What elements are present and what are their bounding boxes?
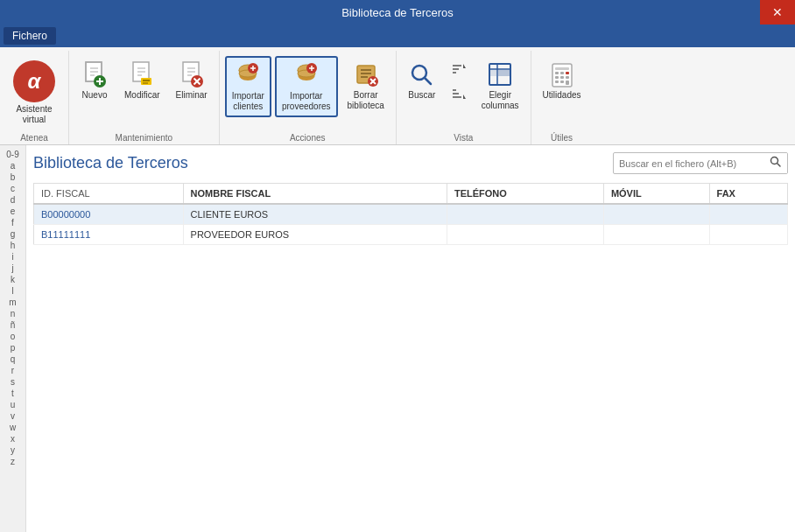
title-bar: Biblioteca de Terceros ✕ bbox=[0, 0, 795, 24]
cell-fax bbox=[709, 204, 787, 225]
importar-proveedores-button[interactable]: Importarproveedores bbox=[275, 56, 338, 117]
alpha-0-9[interactable]: 0-9 bbox=[0, 149, 25, 160]
asistente-virtual-button[interactable]: α Asistentevirtual bbox=[7, 56, 61, 130]
eliminar-icon bbox=[178, 60, 206, 88]
modificar-button[interactable]: Modificar bbox=[118, 56, 166, 105]
cell-nombre-fiscal: PROVEEDOR EUROS bbox=[183, 225, 447, 245]
search-input[interactable] bbox=[614, 156, 764, 172]
borrar-biblioteca-button[interactable]: Borrarbiblioteca bbox=[341, 56, 390, 116]
alpha-n[interactable]: n bbox=[0, 308, 25, 319]
atenea-icon: α bbox=[13, 60, 55, 102]
window-title: Biblioteca de Terceros bbox=[341, 6, 454, 19]
cell-nombre-fiscal: CLIENTE EUROS bbox=[183, 204, 447, 225]
elegir-columnas-button[interactable]: Elegircolumnas bbox=[475, 56, 525, 116]
alpha-b[interactable]: b bbox=[0, 172, 25, 183]
alpha-l[interactable]: l bbox=[0, 285, 25, 297]
cell-telefono bbox=[447, 225, 603, 245]
ribbon-section-utiles: Utilidades Útiles bbox=[531, 51, 593, 144]
asistente-label: Asistentevirtual bbox=[16, 104, 52, 125]
menu-bar: Fichero bbox=[0, 24, 795, 47]
alpha-i[interactable]: i bbox=[0, 251, 25, 262]
alpha-m[interactable]: m bbox=[0, 297, 25, 308]
svg-rect-62 bbox=[566, 80, 569, 85]
col-telefono: TELÉFONO bbox=[447, 184, 603, 205]
borrar-biblioteca-icon bbox=[352, 60, 380, 88]
eliminar-button[interactable]: Eliminar bbox=[170, 56, 214, 105]
alpha-y[interactable]: y bbox=[0, 444, 25, 456]
alpha-f[interactable]: f bbox=[0, 217, 25, 228]
col-movil: MÓVIL bbox=[603, 184, 709, 205]
alpha-w[interactable]: w bbox=[0, 422, 25, 433]
alpha-d[interactable]: d bbox=[0, 194, 25, 206]
ribbon: α Asistentevirtual Atenea bbox=[0, 47, 795, 145]
alpha-z[interactable]: z bbox=[0, 456, 25, 467]
ribbon-section-acciones: Importarclientes Importarproveedores bbox=[220, 51, 397, 144]
eliminar-label: Eliminar bbox=[176, 90, 208, 101]
importar-clientes-icon bbox=[234, 61, 262, 89]
buscar-button[interactable]: Buscar bbox=[402, 56, 442, 105]
alpha-s[interactable]: s bbox=[0, 376, 25, 388]
nuevo-icon bbox=[81, 60, 109, 88]
cell-movil bbox=[603, 204, 709, 225]
svg-rect-54 bbox=[555, 72, 559, 74]
menu-fichero[interactable]: Fichero bbox=[4, 27, 56, 45]
table-row[interactable]: B00000000CLIENTE EUROS bbox=[34, 204, 788, 225]
sort-desc-icon bbox=[450, 85, 468, 102]
alpha-ñ[interactable]: ñ bbox=[0, 319, 25, 331]
col-fax: FAX bbox=[709, 184, 787, 205]
utilidades-label: Utilidades bbox=[543, 90, 581, 101]
alpha-sidebar: 0-9 a b c d e f g h i j k l m n ñ o p q … bbox=[0, 145, 26, 532]
alpha-g[interactable]: g bbox=[0, 228, 25, 240]
alpha-o[interactable]: o bbox=[0, 331, 25, 342]
svg-rect-59 bbox=[566, 76, 569, 79]
ribbon-section-vista: Buscar bbox=[397, 51, 531, 144]
utilidades-icon bbox=[548, 60, 576, 88]
close-button[interactable]: ✕ bbox=[760, 0, 795, 24]
alpha-r[interactable]: r bbox=[0, 365, 25, 376]
svg-rect-50 bbox=[498, 70, 510, 76]
importar-proveedores-label: Importarproveedores bbox=[282, 91, 331, 112]
alpha-p[interactable]: p bbox=[0, 342, 25, 354]
content-header: Biblioteca de Terceros bbox=[33, 152, 788, 174]
importar-clientes-button[interactable]: Importarclientes bbox=[225, 56, 271, 117]
utilidades-button[interactable]: Utilidades bbox=[537, 56, 587, 105]
main-area: 0-9 a b c d e f g h i j k l m n ñ o p q … bbox=[0, 145, 795, 532]
svg-rect-55 bbox=[560, 72, 564, 74]
alpha-k[interactable]: k bbox=[0, 274, 25, 285]
alpha-c[interactable]: c bbox=[0, 183, 25, 194]
col-nombre-fiscal: NOMBRE FISCAL bbox=[183, 184, 447, 205]
acciones-title: Acciones bbox=[225, 131, 390, 144]
cell-fax bbox=[709, 225, 787, 245]
modificar-icon bbox=[128, 60, 156, 88]
buscar-icon bbox=[408, 60, 436, 88]
alpha-e[interactable]: e bbox=[0, 206, 25, 217]
alpha-j[interactable]: j bbox=[0, 262, 25, 274]
svg-rect-61 bbox=[560, 80, 564, 83]
alpha-a[interactable]: a bbox=[0, 160, 25, 172]
content-panel: Biblioteca de Terceros ID. FISCAL NOMBRE… bbox=[26, 145, 795, 532]
alpha-u[interactable]: u bbox=[0, 399, 25, 410]
svg-rect-12 bbox=[141, 78, 151, 85]
sort-asc-button[interactable] bbox=[446, 58, 472, 80]
mantenimiento-title: Mantenimiento bbox=[74, 131, 214, 144]
utiles-buttons: Utilidades bbox=[537, 51, 587, 131]
svg-rect-51 bbox=[489, 70, 496, 76]
acciones-buttons: Importarclientes Importarproveedores bbox=[225, 51, 390, 131]
utiles-title: Útiles bbox=[537, 131, 587, 144]
alpha-x[interactable]: x bbox=[0, 433, 25, 444]
svg-rect-58 bbox=[560, 76, 564, 79]
cell-telefono bbox=[447, 204, 603, 225]
alpha-h[interactable]: h bbox=[0, 240, 25, 251]
search-button[interactable] bbox=[764, 153, 787, 173]
alpha-q[interactable]: q bbox=[0, 354, 25, 365]
mantenimiento-buttons: Nuevo Modificar bbox=[74, 51, 214, 131]
cell-movil bbox=[603, 225, 709, 245]
nuevo-button[interactable]: Nuevo bbox=[74, 56, 115, 105]
sort-desc-button[interactable] bbox=[446, 82, 472, 105]
vista-buttons: Buscar bbox=[402, 51, 525, 131]
table-row[interactable]: B11111111PROVEEDOR EUROS bbox=[34, 225, 788, 245]
alpha-t[interactable]: t bbox=[0, 388, 25, 399]
cell-id-fiscal: B00000000 bbox=[34, 204, 184, 225]
alpha-v[interactable]: v bbox=[0, 410, 25, 422]
svg-rect-60 bbox=[555, 80, 559, 83]
